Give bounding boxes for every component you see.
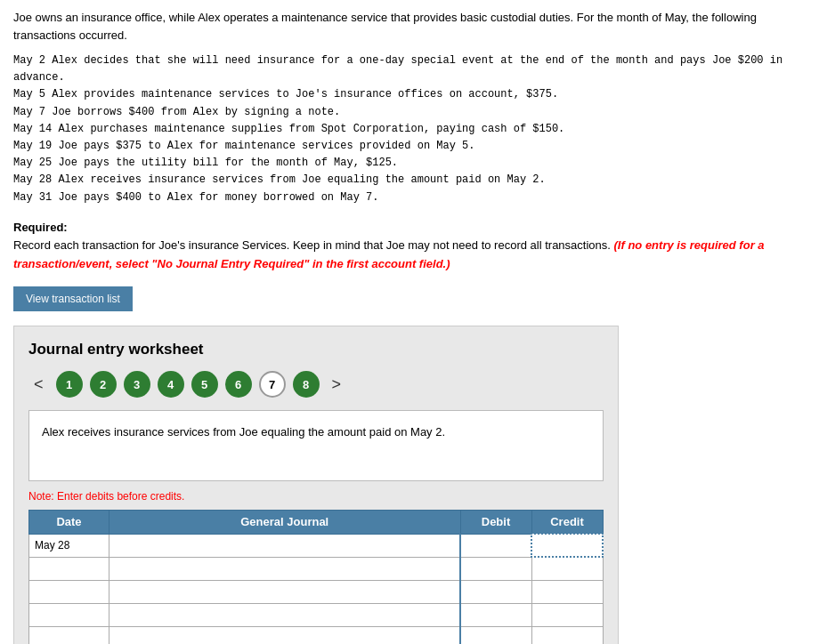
view-transaction-button[interactable]: View transaction list [13,286,133,311]
required-text: Record each transaction for Joe's insura… [13,238,611,252]
date-cell-1 [29,557,109,580]
transaction-description: Alex receives insurance services from Jo… [28,410,604,481]
debit-cell-1[interactable] [460,557,531,580]
journal-cell-2[interactable] [109,580,461,603]
debit-input-4[interactable] [461,627,531,644]
header-general-journal: General Journal [109,511,461,535]
date-cell-3 [29,603,109,626]
journal-table: Date General Journal Debit Credit May 28 [28,510,604,644]
nav-item-7[interactable]: 7 [259,371,286,398]
journal-cell-4[interactable] [109,626,461,644]
debit-input-3[interactable] [461,604,531,626]
debit-input-1[interactable] [461,558,531,580]
next-arrow[interactable]: > [327,374,347,396]
credit-cell-0[interactable] [531,534,603,557]
header-debit: Debit [460,511,531,535]
credit-cell-3[interactable] [531,603,603,626]
intro-paragraph: Joe owns an insurance office, while Alex… [13,9,822,44]
nav-item-4[interactable]: 4 [158,371,184,398]
nav-item-1[interactable]: 1 [56,371,83,398]
credit-input-3[interactable] [532,604,603,626]
table-row [29,557,604,580]
transactions-list: May 2 Alex decides that she will need in… [13,52,822,206]
journal-cell-1[interactable] [109,557,461,580]
header-credit: Credit [531,511,603,535]
worksheet-title: Journal entry worksheet [28,341,604,358]
required-label: Required: [13,221,68,234]
credit-input-0[interactable] [532,535,602,556]
navigation-row: < 1 2 3 4 5 6 7 8 > [28,371,604,398]
credit-cell-4[interactable] [531,626,603,644]
nav-item-8[interactable]: 8 [293,371,320,398]
credit-input-4[interactable] [532,627,603,644]
debit-cell-4[interactable] [460,626,531,644]
journal-input-4[interactable] [109,627,459,644]
date-cell-2 [29,580,109,603]
prev-arrow[interactable]: < [28,374,49,396]
date-cell-4 [29,626,109,644]
date-cell-0: May 28 [29,534,109,557]
worksheet-container: Journal entry worksheet < 1 2 3 4 5 6 7 … [13,326,619,644]
table-row [29,626,604,644]
debit-cell-2[interactable] [460,580,531,603]
required-section: Required: Record each transaction for Jo… [13,219,822,274]
credit-cell-1[interactable] [531,557,603,580]
table-row [29,603,604,626]
journal-input-3[interactable] [109,604,459,626]
table-row [29,580,604,603]
journal-input-2[interactable] [109,581,459,603]
credit-input-1[interactable] [532,558,603,580]
credit-input-2[interactable] [532,581,603,603]
journal-input-1[interactable] [109,558,459,580]
debit-input-2[interactable] [461,581,531,603]
nav-item-6[interactable]: 6 [225,371,252,398]
nav-item-5[interactable]: 5 [191,371,218,398]
header-date: Date [29,511,109,535]
debit-cell-3[interactable] [460,603,531,626]
nav-item-3[interactable]: 3 [124,371,150,398]
table-row: May 28 [29,534,604,557]
nav-item-2[interactable]: 2 [90,371,117,398]
debit-cell-0[interactable] [460,534,531,557]
note-text: Note: Enter debits before credits. [28,490,604,503]
debit-input-0[interactable] [461,535,531,557]
journal-cell-3[interactable] [109,603,461,626]
credit-cell-2[interactable] [531,580,603,603]
journal-cell-0[interactable] [109,534,461,557]
journal-input-0[interactable] [109,535,459,557]
